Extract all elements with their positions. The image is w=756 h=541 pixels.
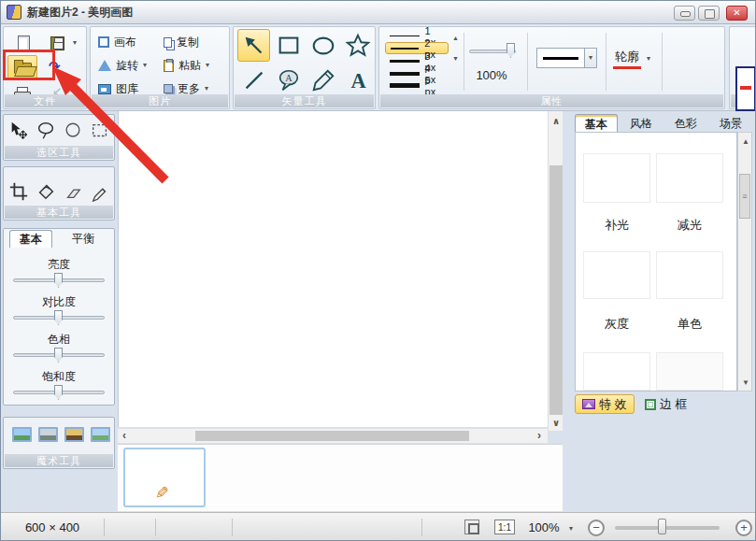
line-style-combo[interactable] xyxy=(536,48,585,68)
canvas-button[interactable]: 画布 xyxy=(98,33,136,51)
stroke-color-swatch[interactable] xyxy=(735,66,756,111)
special-effects-button[interactable]: 特 效 xyxy=(575,394,635,414)
rotate-label: 旋转 xyxy=(116,58,138,74)
eraser-tool-icon xyxy=(63,181,83,202)
panel-scroll-up-icon[interactable]: ▲ xyxy=(742,137,749,147)
zoom-slider-thumb[interactable] xyxy=(658,519,666,534)
file-group: ▾ ↷ ↙ 文件 xyxy=(3,26,87,109)
pen-tool-icon xyxy=(90,181,110,202)
paste-caret-icon[interactable]: ▾ xyxy=(206,62,209,69)
zoom-value[interactable]: 100% xyxy=(524,513,563,541)
maximize-button[interactable] xyxy=(698,6,720,21)
hue-slider-thumb[interactable] xyxy=(54,348,63,363)
magic-thumb-3[interactable] xyxy=(64,427,84,442)
new-button[interactable] xyxy=(11,32,36,54)
rectangle-tool-button[interactable] xyxy=(272,29,305,62)
panel-scroll-down-icon[interactable]: ▼ xyxy=(742,378,749,388)
paste-button[interactable]: 粘贴 ▾ xyxy=(164,56,209,75)
effect-label: 单色 xyxy=(656,316,723,333)
save-caret-icon[interactable]: ▾ xyxy=(73,39,77,47)
star-tool-icon xyxy=(345,33,371,59)
actual-size-button[interactable]: 1:1 xyxy=(494,520,515,534)
crop-tool-button[interactable] xyxy=(7,180,30,203)
star-tool-button[interactable] xyxy=(341,29,374,62)
scroll-left-icon[interactable]: ‹ xyxy=(122,431,126,440)
rotate-caret-icon[interactable]: ▾ xyxy=(143,62,147,69)
page-thumbnail[interactable]: ✎ xyxy=(123,448,206,507)
rotate-icon xyxy=(98,60,111,71)
move-tool-button[interactable] xyxy=(7,120,30,142)
effect-thumb-partial[interactable] xyxy=(583,352,650,391)
effect-thumb-grayscale[interactable] xyxy=(583,251,650,299)
statusbar: 600 × 400 1:1 100% ▾ − + xyxy=(1,512,756,541)
brightness-slider-thumb[interactable] xyxy=(54,273,63,288)
rotate-button[interactable]: 旋转 ▾ xyxy=(98,56,147,75)
magic-thumb-1[interactable] xyxy=(12,427,32,442)
tab-basic-effects[interactable]: 基本 xyxy=(575,114,618,133)
line-tool-button[interactable] xyxy=(237,64,270,96)
vertical-scrollbar[interactable]: ∧ ∨ xyxy=(548,111,563,431)
outline-caret-icon[interactable]: ▾ xyxy=(647,55,650,63)
line-width-5px[interactable]: 5 px xyxy=(385,79,449,92)
copy-label: 复制 xyxy=(177,35,199,50)
horizontal-scrollbar[interactable]: ‹ › xyxy=(118,429,548,443)
fit-screen-button[interactable] xyxy=(464,520,479,534)
rectangle-tool-icon xyxy=(276,33,302,59)
tab-style[interactable]: 风格 xyxy=(620,114,663,133)
outline-button[interactable]: 轮廓 ▾ xyxy=(613,48,650,70)
contrast-slider-thumb[interactable] xyxy=(54,310,63,325)
line-sample-icon xyxy=(390,72,420,76)
open-button[interactable] xyxy=(7,55,37,80)
scroll-down-icon[interactable]: ∨ xyxy=(552,419,560,428)
effect-thumb-reduce-light[interactable] xyxy=(656,153,723,203)
callout-tool-button[interactable]: A xyxy=(272,64,305,96)
more-caret-icon[interactable]: ▾ xyxy=(205,85,208,93)
scroll-right-icon[interactable]: › xyxy=(537,431,541,440)
panel-scrollbar[interactable]: ▲ ≡ ▼ xyxy=(737,132,752,392)
eraser-tool-button[interactable] xyxy=(62,180,84,203)
separator xyxy=(606,33,606,91)
border-button[interactable]: 边 框 xyxy=(638,394,694,414)
copy-button[interactable]: 复制 xyxy=(164,33,199,51)
selection-group-label: 选区工具 xyxy=(5,146,113,159)
minimize-button[interactable] xyxy=(674,6,695,21)
horizontal-scroll-thumb[interactable] xyxy=(195,431,469,441)
file-group-label: 文件 xyxy=(5,94,85,107)
zoom-caret-icon[interactable]: ▾ xyxy=(569,525,573,533)
magic-thumb-4[interactable] xyxy=(91,427,110,442)
zoom-in-button[interactable]: + xyxy=(735,520,752,536)
close-button[interactable]: ✕ xyxy=(726,6,748,21)
ellipse-tool-button[interactable] xyxy=(307,29,339,62)
width-spinner-up-icon[interactable]: ▲ xyxy=(452,35,459,42)
text-tool-button[interactable]: A xyxy=(341,64,374,96)
drawing-canvas[interactable] xyxy=(118,111,548,427)
arrow-tool-button[interactable] xyxy=(237,29,270,62)
tab-color[interactable]: 色彩 xyxy=(664,114,707,133)
fill-tool-button[interactable] xyxy=(35,180,57,203)
vertical-scroll-thumb[interactable] xyxy=(549,165,563,415)
effect-thumb-fill-light[interactable] xyxy=(583,153,650,203)
save-button[interactable] xyxy=(45,32,69,54)
tab-balance[interactable]: 平衡 xyxy=(62,230,105,248)
image-group: 画布 旋转 ▾ 图库 复制 粘贴 ▾ 更多 xyxy=(90,26,230,109)
line-style-caret-button[interactable]: ▾ xyxy=(584,48,597,68)
lasso-tool-button[interactable] xyxy=(35,120,57,142)
effect-thumb-partial[interactable] xyxy=(656,352,723,391)
rect-select-button[interactable] xyxy=(89,120,111,142)
magic-thumb-2[interactable] xyxy=(38,427,58,442)
tab-scene[interactable]: 场景 xyxy=(709,114,752,133)
panel-scroll-thumb[interactable]: ≡ xyxy=(739,174,750,219)
zoom-slider-track[interactable] xyxy=(615,526,720,530)
scroll-up-icon[interactable]: ∧ xyxy=(552,117,560,126)
width-spinner-down-icon[interactable]: ▼ xyxy=(452,55,459,63)
saturation-slider-thumb[interactable] xyxy=(54,385,63,400)
tab-basic[interactable]: 基本 xyxy=(9,230,52,248)
save-icon xyxy=(50,36,64,50)
effect-thumb-monochrome[interactable] xyxy=(656,251,723,299)
ellipse-select-button[interactable] xyxy=(62,120,84,142)
pen-tool-button[interactable] xyxy=(89,180,111,203)
zoom-out-button[interactable]: − xyxy=(588,520,605,536)
redo-button[interactable]: ↷ xyxy=(49,58,61,75)
pencil-tool-button[interactable] xyxy=(307,64,339,96)
opacity-slider-thumb[interactable] xyxy=(506,43,515,58)
